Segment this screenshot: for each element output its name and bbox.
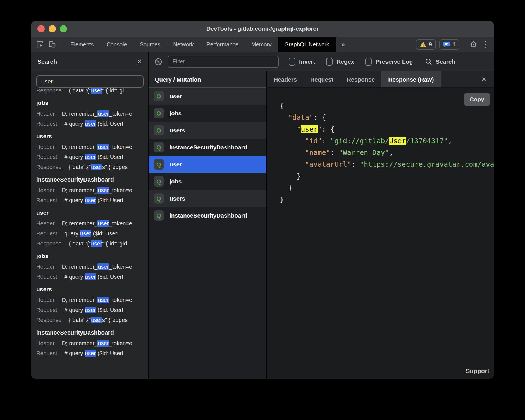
- checkbox-regex[interactable]: Regex: [326, 58, 354, 66]
- result-row-label: Header: [36, 340, 55, 346]
- clear-log-icon[interactable]: [154, 58, 163, 66]
- search-result-row[interactable]: HeaderD; remember_user_token=e: [36, 262, 148, 272]
- search-result-row[interactable]: Response{"data":{"user":{"id":"gid: [36, 238, 148, 249]
- more-tabs-button[interactable]: »: [336, 37, 350, 52]
- search-result-row[interactable]: Request# query user ($id: UserI: [36, 195, 148, 205]
- tabbar-right: 9 1 ⚙: [416, 37, 494, 52]
- query-item-label: instanceSecurityDashboard: [170, 144, 247, 151]
- search-result-section-title[interactable]: jobs: [36, 97, 148, 109]
- highlighted-match: user: [85, 120, 96, 127]
- invert-checkbox-box[interactable]: [289, 58, 295, 66]
- query-list-item-jobs[interactable]: Qjobs: [149, 105, 266, 122]
- query-list-item-users[interactable]: Qusers: [149, 190, 266, 207]
- search-results: Response{"data":{"user":{"id":"gijobsHea…: [31, 88, 148, 379]
- search-result-row[interactable]: Response{"data":{"user":{"id":"gi: [36, 88, 148, 96]
- search-result-section-title[interactable]: instanceSecurityDashboard: [36, 327, 148, 338]
- devtools-tab-performance[interactable]: Performance: [200, 37, 245, 52]
- json-line: }: [280, 182, 494, 194]
- response-tab-response-raw[interactable]: Response (Raw): [381, 71, 440, 87]
- query-type-badge: Q: [154, 193, 164, 204]
- query-list-item-instancesecuritydashboard[interactable]: QinstanceSecurityDashboard: [149, 207, 266, 224]
- search-result-row[interactable]: Request# query user ($id: UserI: [36, 348, 148, 358]
- preserve-log-checkbox-box[interactable]: [365, 58, 372, 66]
- search-result-row[interactable]: Response{"data":{"users":{"edges: [36, 162, 148, 172]
- devtools-tab-network[interactable]: Network: [167, 37, 200, 52]
- json-line: "avatarUrl": "https://secure.gravatar.co…: [280, 159, 494, 170]
- result-row-label: Header: [36, 220, 55, 226]
- toolbar-search-button[interactable]: Search: [425, 58, 455, 65]
- devtools-window: DevTools - gitlab.com/-/graphql-explorer: [31, 21, 494, 379]
- response-tab-headers[interactable]: Headers: [267, 71, 304, 87]
- result-row-label: Response: [36, 164, 61, 170]
- json-line: "id": "gid://gitlab/User/13704317",: [280, 135, 494, 147]
- json-content: { "data": { "user": { "id": "gid://gitla…: [280, 100, 494, 206]
- search-result-section-title[interactable]: user: [36, 207, 148, 218]
- devtools-tab-console[interactable]: Console: [100, 37, 133, 52]
- messages-badge[interactable]: 1: [439, 39, 459, 50]
- search-result-section-title[interactable]: jobs: [36, 250, 148, 262]
- query-list-item-jobs[interactable]: Qjobs: [149, 173, 266, 190]
- tabbar-separator: [62, 40, 62, 49]
- devtools-tab-sources[interactable]: Sources: [133, 37, 167, 52]
- close-detail-pane-icon[interactable]: ✕: [474, 71, 494, 87]
- warnings-badge[interactable]: 9: [416, 39, 436, 50]
- filter-input[interactable]: [168, 56, 279, 68]
- query-list-item-user[interactable]: Quser: [149, 156, 266, 173]
- search-result-row[interactable]: Response{"data":{"users":{"edges: [36, 315, 148, 325]
- response-tab-response[interactable]: Response: [340, 71, 381, 87]
- result-row-label: Header: [36, 144, 55, 150]
- search-result-section-title[interactable]: instanceSecurityDashboard: [36, 174, 148, 185]
- highlighted-match: user: [97, 340, 109, 347]
- highlighted-match: user: [97, 110, 109, 117]
- json-line: }: [280, 194, 494, 206]
- search-result-row[interactable]: Request# query user ($id: UserI: [36, 272, 148, 282]
- highlighted-match: user: [91, 240, 102, 247]
- search-result-row[interactable]: Request# query user ($id: UserI: [36, 305, 148, 315]
- device-toolbar-icon[interactable]: [47, 40, 57, 49]
- highlighted-match: user: [85, 350, 96, 357]
- search-result-row[interactable]: Request# query user ($id: UserI: [36, 119, 148, 129]
- regex-checkbox-box[interactable]: [326, 58, 333, 66]
- query-list-item-users[interactable]: Qusers: [149, 122, 266, 139]
- search-input[interactable]: [36, 75, 144, 88]
- search-result-row[interactable]: HeaderD; remember_user_token=e: [36, 338, 148, 348]
- search-result-row[interactable]: HeaderD; remember_user_token=e: [36, 109, 148, 119]
- warning-count: 9: [429, 41, 432, 48]
- search-panel: Search ✕ Response{"data":{"user":{"id":"…: [31, 52, 149, 379]
- query-type-badge: Q: [154, 108, 164, 118]
- json-line: "name": "Warren Day",: [280, 147, 494, 159]
- devtools-tab-elements[interactable]: Elements: [64, 37, 100, 52]
- query-type-badge: Q: [154, 142, 164, 152]
- search-result-row[interactable]: HeaderD; remember_user_token=e: [36, 185, 148, 195]
- response-tab-request[interactable]: Request: [304, 71, 340, 87]
- search-panel-title: Search: [37, 58, 57, 65]
- query-item-label: users: [170, 127, 185, 134]
- checkbox-preserve-log[interactable]: Preserve Log: [365, 58, 413, 66]
- search-result-row[interactable]: Request# query user ($id: UserI: [36, 152, 148, 162]
- search-result-row[interactable]: HeaderD; remember_user_token=e: [36, 295, 148, 305]
- result-row-label: Request: [36, 197, 57, 203]
- inspect-element-icon[interactable]: [35, 40, 45, 49]
- search-result-section-title[interactable]: users: [36, 284, 148, 295]
- highlighted-match: user: [97, 187, 109, 194]
- query-list-item-user[interactable]: Quser: [149, 88, 266, 105]
- checkbox-invert[interactable]: Invert: [289, 58, 315, 66]
- close-search-panel-icon[interactable]: ✕: [137, 59, 142, 65]
- devtools-tab-graphql-network[interactable]: GraphQL Network: [278, 37, 335, 52]
- window-title: DevTools - gitlab.com/-/graphql-explorer: [31, 25, 494, 32]
- search-result-row[interactable]: HeaderD; remember_user_token=e: [36, 142, 148, 152]
- query-type-badge: Q: [154, 176, 164, 187]
- result-row-label: Response: [36, 88, 61, 94]
- devtools-tab-memory[interactable]: Memory: [245, 37, 278, 52]
- query-list-item-instancesecuritydashboard[interactable]: QinstanceSecurityDashboard: [149, 139, 266, 156]
- search-result-row[interactable]: Requestquery user ($id: UserI: [36, 228, 148, 238]
- highlighted-match: user: [85, 307, 96, 313]
- search-result-row[interactable]: HeaderD; remember_user_token=e: [36, 218, 148, 228]
- settings-gear-icon[interactable]: ⚙: [469, 40, 478, 49]
- support-link[interactable]: Support: [466, 367, 489, 375]
- result-row-label: Header: [36, 264, 55, 270]
- preserve-log-checkbox-label: Preserve Log: [376, 58, 413, 65]
- kebab-menu-icon[interactable]: [482, 41, 489, 48]
- search-result-section-title[interactable]: users: [36, 131, 148, 142]
- highlighted-match: user: [91, 317, 102, 323]
